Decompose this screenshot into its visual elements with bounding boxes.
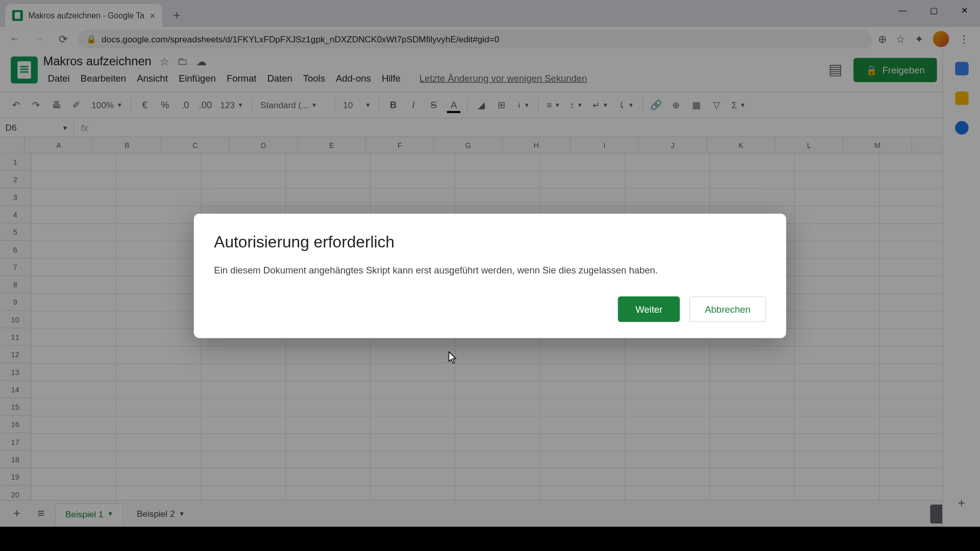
dialog-title: Autorisierung erforderlich [214,232,766,251]
authorization-dialog: Autorisierung erforderlich Ein diesem Do… [194,213,786,338]
cancel-button[interactable]: Abbrechen [690,296,766,321]
dialog-body: Ein diesem Dokument angehängtes Skript k… [214,263,766,278]
continue-button[interactable]: Weiter [618,296,680,321]
letterbox-bottom [0,527,980,551]
